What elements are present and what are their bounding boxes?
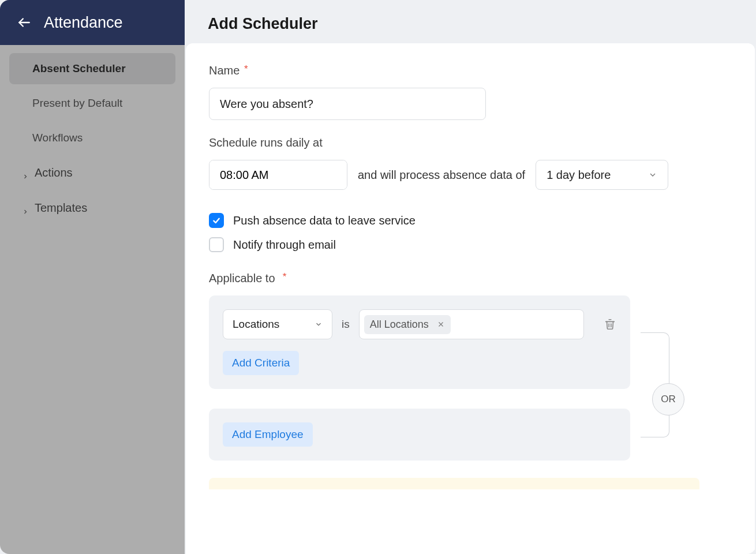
delete-criteria-button[interactable] (604, 318, 616, 331)
select-value: 1 day before (547, 169, 611, 182)
tag-all-locations: All Locations (364, 315, 451, 334)
add-employee-button[interactable]: Add Employee (223, 422, 313, 447)
chevron-right-icon (22, 205, 29, 212)
check-icon (212, 216, 221, 225)
sidebar-title: Attendance (44, 14, 123, 32)
trash-icon (604, 318, 616, 331)
add-criteria-button[interactable]: Add Criteria (223, 351, 299, 375)
notify-label: Notify through email (233, 238, 336, 252)
push-checkbox[interactable] (209, 213, 224, 228)
form-group-name: Name * (209, 64, 732, 120)
sidebar-item-label: Present by Default (32, 97, 122, 110)
sidebar-item-templates[interactable]: Templates (9, 192, 175, 224)
close-icon (437, 320, 445, 328)
checkbox-row-notify: Notify through email (209, 237, 732, 252)
day-select[interactable]: 1 day before (536, 160, 668, 190)
page-title: Add Scheduler (208, 15, 733, 33)
push-label: Push absence data to leave service (233, 214, 416, 227)
sidebar-header: Attendance (0, 0, 185, 45)
select-value: Locations (233, 318, 279, 331)
schedule-row: and will process absence data of 1 day b… (209, 160, 732, 190)
back-icon[interactable] (16, 14, 32, 31)
chevron-right-icon (22, 170, 29, 177)
or-badge: OR (652, 383, 684, 415)
chevron-down-icon (315, 320, 323, 328)
form-group-schedule: Schedule runs daily at and will process … (209, 136, 732, 190)
name-input[interactable] (209, 88, 486, 120)
name-label: Name * (209, 64, 732, 77)
is-text: is (342, 318, 350, 331)
applicable-label: Applicable to * (209, 272, 732, 285)
form-card: Name * Schedule runs daily at (186, 43, 755, 554)
or-connector: OR (642, 332, 688, 437)
hint-strip (209, 478, 699, 489)
inline-text: and will process absence data of (358, 169, 525, 182)
sidebar-item-present-by-default[interactable]: Present by Default (9, 88, 175, 119)
main: Add Scheduler Name * Schedule runs daily… (185, 0, 756, 554)
criteria-box: Locations is All Locations (209, 295, 630, 389)
sidebar-item-label: Actions (35, 166, 73, 179)
criteria-value-input[interactable]: All Locations (359, 309, 584, 339)
sidebar-item-absent-scheduler[interactable]: Absent Scheduler (9, 53, 175, 84)
time-input[interactable] (209, 160, 347, 189)
notify-checkbox[interactable] (209, 237, 224, 252)
sidebar-nav: Absent Scheduler Present by Default Work… (0, 45, 185, 235)
required-asterisk: * (283, 271, 287, 282)
criteria-row: Locations is All Locations (223, 309, 616, 339)
sidebar: Attendance Absent Scheduler Present by D… (0, 0, 185, 554)
form-group-applicable: Applicable to * Locations is All Locatio… (209, 272, 732, 489)
checkbox-row-push: Push absence data to leave service (209, 213, 732, 228)
tag-remove-button[interactable] (437, 320, 445, 328)
sidebar-item-label: Absent Scheduler (32, 62, 126, 75)
tag-label: All Locations (370, 319, 429, 331)
label-text: Name (209, 64, 239, 77)
form-group-checkboxes: Push absence data to leave service Notif… (209, 213, 732, 252)
chevron-down-icon (648, 170, 657, 179)
schedule-label: Schedule runs daily at (209, 136, 732, 149)
criteria-field-select[interactable]: Locations (223, 309, 332, 339)
page-header: Add Scheduler (185, 0, 756, 43)
sidebar-item-actions[interactable]: Actions (9, 157, 175, 189)
required-asterisk: * (244, 63, 248, 74)
employee-box: Add Employee (209, 409, 630, 461)
sidebar-item-label: Templates (35, 201, 87, 215)
sidebar-item-label: Workflows (32, 132, 83, 144)
applicable-wrap: Locations is All Locations (209, 295, 688, 461)
sidebar-item-workflows[interactable]: Workflows (9, 122, 175, 154)
time-input-wrap (209, 160, 347, 190)
label-text: Applicable to (209, 272, 275, 285)
